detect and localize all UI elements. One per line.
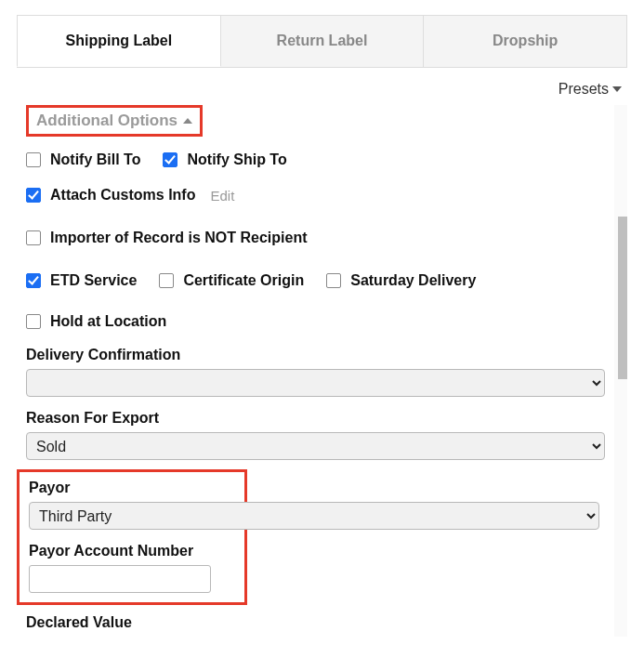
chevron-down-icon <box>612 86 622 92</box>
tab-shipping-label[interactable]: Shipping Label <box>17 15 221 67</box>
payor-account-number-input[interactable] <box>29 565 211 593</box>
checkbox-saturday-delivery[interactable]: Saturday Delivery <box>326 272 476 289</box>
reason-for-export-label: Reason For Export <box>26 410 605 427</box>
edit-customs-link[interactable]: Edit <box>210 188 234 204</box>
reason-for-export-select[interactable]: Sold <box>26 432 605 460</box>
checkbox-input-notify-bill-to[interactable] <box>26 152 41 167</box>
checkbox-importer-not-recipient[interactable]: Importer of Record is NOT Recipient <box>26 230 307 246</box>
tab-bar: Shipping Label Return Label Dropship <box>17 15 627 68</box>
checkbox-input-importer[interactable] <box>26 230 41 245</box>
delivery-confirmation-label: Delivery Confirmation <box>26 347 605 363</box>
checkbox-label: ETD Service <box>50 272 137 289</box>
checkbox-label: Hold at Location <box>50 313 166 330</box>
tab-dropship[interactable]: Dropship <box>424 15 627 67</box>
checkbox-label: Notify Bill To <box>50 151 140 168</box>
additional-options-toggle[interactable]: Additional Options <box>36 112 192 130</box>
checkbox-input-etd[interactable] <box>26 273 41 288</box>
checkbox-label: Notify Ship To <box>187 151 286 168</box>
checkbox-label: Attach Customs Info <box>50 187 195 204</box>
highlight-additional-options: Additional Options <box>26 105 203 137</box>
section-title: Additional Options <box>36 112 177 130</box>
scrollbar-thumb[interactable] <box>618 217 627 379</box>
checkbox-notify-bill-to[interactable]: Notify Bill To <box>26 151 140 168</box>
scrollbar[interactable] <box>614 105 627 637</box>
checkbox-label: Importer of Record is NOT Recipient <box>50 230 307 246</box>
presets-label: Presets <box>559 81 609 98</box>
delivery-confirmation-select[interactable] <box>26 369 605 397</box>
checkbox-label: Certificate Origin <box>183 272 304 289</box>
checkbox-label: Saturday Delivery <box>350 272 476 289</box>
checkbox-input-cert-origin[interactable] <box>159 273 174 288</box>
payor-select[interactable]: Third Party <box>29 502 599 530</box>
payor-label: Payor <box>29 480 235 496</box>
declared-value-label: Declared Value <box>26 614 605 631</box>
checkbox-input-notify-ship-to[interactable] <box>163 152 177 167</box>
checkbox-attach-customs[interactable]: Attach Customs Info Edit <box>26 187 234 204</box>
checkbox-input-saturday[interactable] <box>326 273 341 288</box>
highlight-payor-block: Payor Third Party Payor Account Number <box>17 469 247 605</box>
payor-account-number-label: Payor Account Number <box>29 543 235 559</box>
tab-return-label[interactable]: Return Label <box>221 15 425 67</box>
checkbox-input-attach-customs[interactable] <box>26 188 41 203</box>
presets-dropdown[interactable]: Presets <box>559 81 622 98</box>
checkbox-certificate-origin[interactable]: Certificate Origin <box>159 272 304 289</box>
chevron-up-icon <box>183 118 192 124</box>
checkbox-input-hold[interactable] <box>26 314 41 329</box>
checkbox-etd-service[interactable]: ETD Service <box>26 272 137 289</box>
checkbox-notify-ship-to[interactable]: Notify Ship To <box>163 151 286 168</box>
checkbox-hold-at-location[interactable]: Hold at Location <box>26 313 166 330</box>
